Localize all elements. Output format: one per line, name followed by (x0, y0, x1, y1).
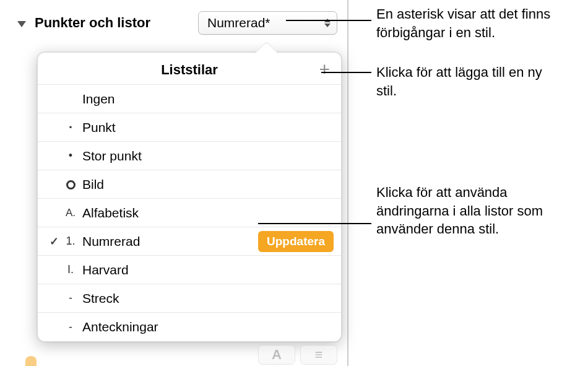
lines-icon: ≡ (315, 347, 323, 363)
bullet-icon: A. (61, 207, 80, 219)
style-item-label: Anteckningar (80, 320, 334, 334)
callout-leader (258, 223, 371, 224)
color-well-sliver (25, 356, 37, 366)
bullet-icon: - (61, 321, 80, 334)
font-size-button[interactable]: A (258, 345, 295, 365)
add-style-button[interactable]: + (319, 60, 330, 79)
style-item-none[interactable]: Ingen (38, 85, 341, 113)
section-header: Punkter och listor Numrerad* (11, 0, 347, 42)
callout-leader (286, 20, 371, 21)
callout-leader (321, 72, 371, 73)
list-style-select-value: Numrerad* (207, 15, 270, 30)
style-item-label: Harvard (80, 263, 334, 277)
style-item-label: Bild (80, 177, 334, 192)
bullet-icon: I. (61, 263, 80, 276)
popover-title: Liststilar + (38, 53, 341, 85)
style-item-numbered[interactable]: ✓ 1. Numrerad Uppdatera (38, 227, 341, 256)
checkmark-icon: ✓ (50, 235, 59, 248)
style-item-label: Numrerad (80, 234, 258, 249)
style-item-bullet[interactable]: • Punkt (38, 113, 341, 142)
check-col: ✓ (46, 235, 61, 248)
bottom-controls: A ≡ (258, 345, 337, 365)
update-style-button[interactable]: Uppdatera (258, 231, 334, 252)
bullet-icon: 1. (61, 235, 80, 248)
style-item-label: Streck (80, 291, 334, 306)
bullet-icon: • (61, 149, 80, 162)
disclosure-triangle-icon[interactable] (17, 21, 26, 27)
style-item-big-bullet[interactable]: • Stor punkt (38, 142, 341, 170)
bullet-icon: - (61, 292, 80, 305)
list-styles-popover: Liststilar + Ingen • Punkt (37, 52, 342, 342)
letter-a-icon: A (272, 347, 282, 363)
style-item-label: Alfabetisk (80, 206, 334, 220)
callout-asterisk: En asterisk visar att det finns förbigån… (376, 5, 581, 41)
style-item-label: Stor punkt (80, 149, 334, 163)
style-item-label: Punkt (80, 120, 334, 135)
style-item-image[interactable]: Bild (38, 170, 341, 199)
style-item-dash[interactable]: - Streck (38, 284, 341, 313)
callout-update-style: Klicka för att använda ändringarna i all… (376, 183, 581, 238)
style-item-notes[interactable]: - Anteckningar (38, 313, 341, 341)
style-item-harvard[interactable]: I. Harvard (38, 256, 341, 284)
style-list: Ingen • Punkt • Stor punkt Bild (38, 85, 341, 341)
style-item-label: Ingen (80, 92, 334, 107)
alignment-button[interactable]: ≡ (300, 345, 337, 365)
callout-add-style: Klicka för att lägga till en ny stil. (376, 63, 562, 100)
section-label: Punkter och listor (35, 15, 192, 31)
popover-title-label: Liststilar (161, 62, 218, 77)
bullet-ring-icon (61, 178, 80, 191)
bullet-icon: • (61, 123, 80, 132)
inspector-panel: Punkter och listor Numrerad* Liststilar … (11, 0, 348, 366)
list-style-select[interactable]: Numrerad* (198, 11, 337, 35)
plus-icon: + (319, 59, 330, 79)
